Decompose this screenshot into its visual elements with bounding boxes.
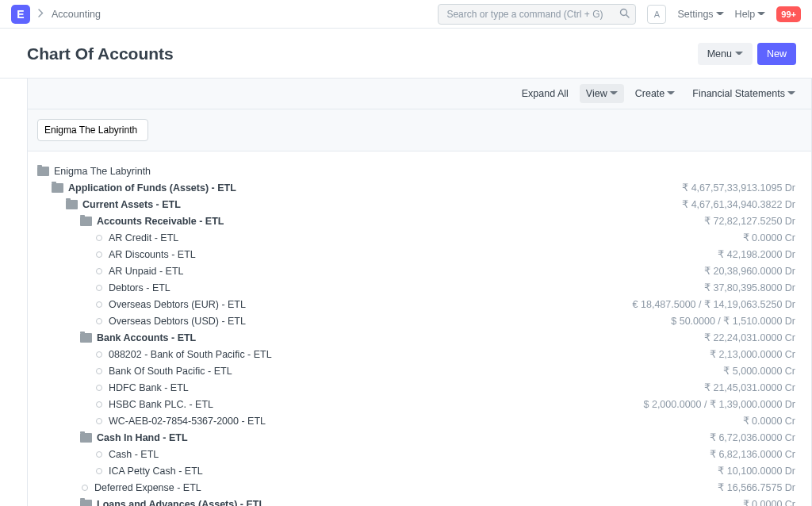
chevron-down-icon [610,91,618,99]
tree-row[interactable]: Debtors - ETL₹ 37,80,395.8000 Dr [37,279,795,296]
notification-badge[interactable]: 99+ [776,6,801,22]
account-leaf-icon [96,318,102,324]
tree-row[interactable]: HDFC Bank - ETL₹ 21,45,031.0000 Cr [37,379,795,396]
tree-node-label[interactable]: Bank Of South Pacific - ETL [109,366,232,377]
account-leaf-icon [96,235,102,241]
tree-row[interactable]: Cash - ETL₹ 6,82,136.0000 Cr [37,446,795,462]
expand-all-button[interactable]: Expand All [515,84,575,103]
account-balance: ₹ 0.0000 Cr [743,415,795,427]
tree-node-label[interactable]: 088202 - Bank of South Pacific - ETL [109,349,272,360]
account-leaf-icon [96,385,102,391]
tree-row[interactable]: Current Assets - ETL₹ 4,67,61,34,940.382… [37,196,795,213]
folder-open-icon [66,200,78,209]
folder-open-icon [52,183,63,193]
app-logo[interactable]: E [11,5,30,24]
filter-bar [27,109,812,151]
tree-node-label[interactable]: Deferred Expense - ETL [94,482,201,493]
tree-row[interactable]: WC-AEB-02-7854-5367-2000 - ETL₹ 0.0000 C… [37,412,795,429]
account-leaf-icon [96,251,102,258]
page-header: Chart Of Accounts Menu New [0,29,812,79]
breadcrumb-separator-icon [38,8,44,20]
new-button[interactable]: New [757,43,796,65]
tree-node-label[interactable]: Debtors - ETL [109,282,170,293]
account-balance: ₹ 0.0000 Cr [743,232,795,243]
tree-node-label[interactable]: Enigma The Labyrinth [54,166,151,177]
tree-row[interactable]: Application of Funds (Assets) - ETL₹ 4,6… [37,179,795,196]
tree-row[interactable]: AR Unpaid - ETL₹ 20,38,960.0000 Dr [37,263,795,279]
folder-open-icon [80,217,92,226]
tree-node-label[interactable]: WC-AEB-02-7854-5367-2000 - ETL [109,416,266,427]
create-menu[interactable]: Create [629,84,682,103]
tree-node-label[interactable]: Loans and Advances (Assets) - ETL [97,499,265,507]
tree-row[interactable]: ICA Petty Cash - ETL₹ 10,100.0000 Dr [37,462,795,479]
avatar[interactable]: A [647,5,666,24]
chevron-down-icon [735,52,743,59]
tree-row[interactable]: Overseas Debtors (USD) - ETL$ 50.0000 / … [37,312,795,329]
company-filter-input[interactable] [37,119,148,141]
tree-node-label[interactable]: Accounts Receivable - ETL [97,216,224,227]
tree-row[interactable]: Deferred Expense - ETL₹ 16,566.7575 Dr [37,479,795,496]
tree-row[interactable]: Bank Accounts - ETL₹ 22,24,031.0000 Cr [37,329,795,346]
page-title: Chart Of Accounts [27,44,174,63]
account-balance: € 18,487.5000 / ₹ 14,19,063.5250 Dr [633,298,795,310]
account-balance: ₹ 72,82,127.5250 Dr [704,215,795,227]
tree-row[interactable]: HSBC Bank PLC. - ETL$ 2,000.0000 / ₹ 1,3… [37,396,795,412]
breadcrumb-item[interactable]: Accounting [52,9,101,20]
view-menu[interactable]: View [580,84,624,103]
chevron-down-icon [757,12,765,20]
account-balance: ₹ 0.0000 Cr [743,498,795,506]
account-leaf-icon [96,368,102,374]
folder-open-icon [80,333,92,343]
search-input[interactable] [438,4,636,25]
folder-open-icon [80,433,92,443]
tree-node-label[interactable]: Current Assets - ETL [82,199,181,210]
svg-point-0 [621,9,627,15]
tree-row[interactable]: Bank Of South Pacific - ETL₹ 5,000.0000 … [37,362,795,379]
tree-node-label[interactable]: Overseas Debtors (EUR) - ETL [109,299,246,310]
tree-row[interactable]: AR Credit - ETL₹ 0.0000 Cr [37,229,795,246]
tree-node-label[interactable]: ICA Petty Cash - ETL [109,466,203,477]
tree-node-label[interactable]: Bank Accounts - ETL [97,332,196,343]
tree-row[interactable]: Accounts Receivable - ETL₹ 72,82,127.525… [37,213,795,229]
account-balance: ₹ 16,566.7575 Dr [718,481,795,493]
chevron-down-icon [716,12,724,20]
account-leaf-icon [82,485,88,491]
account-balance: ₹ 6,82,136.0000 Cr [710,448,795,460]
menu-button[interactable]: Menu [698,43,753,65]
chevron-down-icon [787,91,795,99]
search-icon [619,8,630,21]
tree-node-label[interactable]: Application of Funds (Assets) - ETL [68,182,236,194]
tree-row[interactable]: Enigma The Labyrinth [37,163,795,179]
account-leaf-icon [96,451,102,458]
account-leaf-icon [96,351,102,358]
account-balance: $ 50.0000 / ₹ 1,510.0000 Dr [671,315,795,327]
tree-node-label[interactable]: HDFC Bank - ETL [109,382,189,393]
tree-node-label[interactable]: AR Discounts - ETL [109,249,196,260]
tree-node-label[interactable]: Cash - ETL [109,449,159,460]
tree-row[interactable]: Cash In Hand - ETL₹ 6,72,036.0000 Cr [37,429,795,446]
account-balance: ₹ 37,80,395.8000 Dr [704,282,795,293]
settings-menu[interactable]: Settings [677,9,723,20]
tree-node-label[interactable]: Overseas Debtors (USD) - ETL [109,316,246,327]
tree-row[interactable]: Overseas Debtors (EUR) - ETL€ 18,487.500… [37,296,795,312]
account-leaf-icon [96,268,102,274]
tree-row[interactable]: 088202 - Bank of South Pacific - ETL₹ 2,… [37,346,795,362]
tree-node-label[interactable]: AR Unpaid - ETL [109,266,183,277]
financial-statements-menu[interactable]: Financial Statements [686,84,802,103]
account-leaf-icon [96,418,102,424]
top-navbar: E Accounting A Settings Help 99+ [0,0,812,29]
help-menu[interactable]: Help [735,9,766,20]
tree-node-label[interactable]: HSBC Bank PLC. - ETL [109,399,213,410]
tree-node-label[interactable]: Cash In Hand - ETL [97,432,188,443]
tree-row[interactable]: Loans and Advances (Assets) - ETL₹ 0.000… [37,496,795,506]
tree-row[interactable]: AR Discounts - ETL₹ 42,198.2000 Dr [37,246,795,263]
tree-node-label[interactable]: AR Credit - ETL [109,232,178,243]
account-balance: ₹ 4,67,57,33,913.1095 Dr [682,182,795,194]
account-balance: ₹ 42,198.2000 Dr [718,248,795,260]
account-balance: ₹ 4,67,61,34,940.3822 Dr [682,198,795,210]
account-balance: ₹ 20,38,960.0000 Dr [704,265,795,277]
search-container [438,4,636,25]
account-balance: ₹ 5,000.0000 Cr [723,365,795,377]
folder-open-icon [80,500,92,507]
folder-open-icon [37,167,49,176]
